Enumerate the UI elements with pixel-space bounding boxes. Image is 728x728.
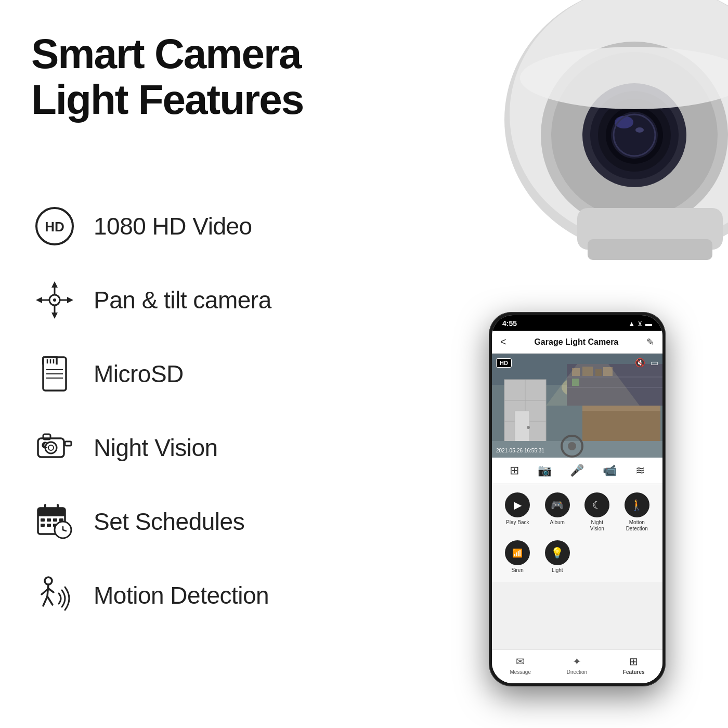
svg-text:HD: HD [45, 219, 64, 235]
playback-icon: ▶ [505, 492, 530, 517]
features-tab-label: Features [623, 669, 645, 675]
feature-hd-video: HD 1080 HD Video [31, 203, 271, 250]
phone-screen: 4:55 ▲ ⊻ ▬ < Garage Light Camera ✎ [492, 315, 662, 683]
bottom-tabs: ✉ Message ✦ Direction ⊞ Features [492, 649, 662, 683]
siren-button[interactable]: 📶 Siren [500, 540, 535, 574]
svg-rect-40 [65, 441, 71, 446]
signal-icon: ▲ [628, 320, 635, 328]
title-section: Smart Camera Light Features [31, 31, 303, 123]
pan-tilt-icon [31, 277, 78, 323]
svg-point-10 [635, 127, 644, 133]
svg-marker-18 [51, 313, 58, 319]
wifi-icon: ⊻ [638, 320, 643, 328]
status-icons: ▲ ⊻ ▬ [628, 320, 652, 328]
svg-marker-20 [67, 297, 73, 303]
feature-pan-tilt: Pan & tilt camera [31, 277, 271, 323]
status-time: 4:55 [502, 319, 517, 328]
microsd-icon [31, 350, 78, 397]
video-timestamp: 2021-05-26 16:55:31 [496, 448, 544, 453]
app-buttons: ▶ Play Back 🎮 Album ☾ NightVision 🚶 Moti… [492, 484, 662, 582]
nav-bar: < Garage Light Camera ✎ [492, 331, 662, 354]
direction-tab-icon: ✦ [573, 655, 581, 668]
night-vision-app-icon: ☾ [584, 492, 609, 517]
video-control-icon[interactable]: 📹 [603, 464, 617, 477]
status-bar: 4:55 ▲ ⊻ ▬ [492, 315, 662, 331]
svg-rect-75 [582, 406, 660, 411]
tab-message[interactable]: ✉ Message [510, 655, 531, 675]
filter-control-icon[interactable]: ≋ [635, 464, 645, 477]
hd-video-icon: HD [31, 203, 78, 250]
schedules-icon [31, 498, 78, 545]
svg-rect-49 [53, 518, 57, 522]
back-button[interactable]: < [500, 336, 506, 348]
svg-rect-48 [47, 518, 51, 522]
notch [546, 315, 608, 329]
playback-button[interactable]: ▶ Play Back [500, 492, 535, 532]
motion-icon [31, 572, 78, 619]
motion-detection-icon: 🚶 [625, 492, 649, 517]
svg-rect-44 [38, 512, 65, 516]
svg-point-89 [568, 442, 576, 450]
motion-detection-button[interactable]: 🚶 MotionDetection [620, 492, 655, 532]
feature-motion: Motion Detection [31, 572, 271, 619]
tab-features[interactable]: ⊞ Features [623, 655, 645, 675]
mic-control-icon[interactable]: 🎤 [570, 464, 584, 477]
camera-illustration [328, 0, 728, 364]
feature-schedules-label: Set Schedules [94, 508, 244, 536]
svg-rect-47 [41, 518, 45, 522]
night-vision-app-label: NightVision [590, 519, 604, 532]
feature-hd-video-label: 1080 HD Video [94, 212, 252, 240]
svg-rect-39 [43, 434, 50, 439]
message-tab-label: Message [510, 669, 531, 675]
feature-schedules: Set Schedules [31, 498, 271, 545]
light-icon: 💡 [545, 540, 570, 565]
main-title: Smart Camera Light Features [31, 31, 303, 123]
features-tab-icon: ⊞ [629, 655, 638, 668]
edit-button[interactable]: ✎ [646, 336, 654, 348]
camera-control-icon[interactable]: 📷 [538, 464, 552, 477]
siren-label: Siren [512, 567, 524, 574]
video-toolbar: HD 🔇 ▭ [496, 358, 658, 368]
feature-night-vision-label: Night Vision [94, 434, 218, 462]
mute-icon[interactable]: 🔇 [635, 358, 645, 368]
album-label: Album [550, 519, 565, 526]
svg-marker-17 [51, 281, 58, 288]
svg-marker-19 [36, 297, 42, 303]
night-vision-icon [31, 424, 78, 471]
svg-point-22 [53, 298, 56, 302]
feature-pan-tilt-label: Pan & tilt camera [94, 286, 271, 314]
feature-motion-label: Motion Detection [94, 581, 269, 609]
app-grid-row1: ▶ Play Back 🎮 Album ☾ NightVision 🚶 Moti… [500, 492, 654, 532]
grid-control-icon[interactable]: ⊞ [510, 464, 519, 477]
fullscreen-icon[interactable]: ▭ [651, 358, 658, 368]
svg-point-38 [48, 445, 54, 450]
features-list: HD 1080 HD Video [31, 203, 271, 646]
light-label: Light [552, 567, 563, 574]
night-vision-button[interactable]: ☾ NightVision [580, 492, 615, 532]
hd-badge: HD [496, 358, 512, 368]
siren-icon: 📶 [505, 540, 530, 565]
phone-mockup: 4:55 ▲ ⊻ ▬ < Garage Light Camera ✎ [489, 312, 666, 686]
album-button[interactable]: 🎮 Album [540, 492, 575, 532]
motion-detection-label: MotionDetection [626, 519, 648, 532]
svg-rect-36 [38, 438, 64, 457]
svg-rect-74 [582, 406, 660, 442]
svg-rect-52 [47, 524, 51, 527]
svg-line-62 [47, 596, 53, 605]
direction-tab-label: Direction [567, 669, 587, 675]
feature-microsd-label: MicroSD [94, 360, 184, 388]
svg-point-73 [527, 426, 530, 429]
light-button[interactable]: 💡 Light [540, 540, 575, 574]
album-icon: 🎮 [545, 492, 570, 517]
feature-night-vision: Night Vision [31, 424, 271, 471]
video-feed: HD 🔇 ▭ 2021-05-26 16:55:31 [492, 354, 662, 458]
svg-rect-13 [588, 239, 712, 260]
phone-outer-shell: 4:55 ▲ ⊻ ▬ < Garage Light Camera ✎ [489, 312, 666, 686]
playback-label: Play Back [506, 519, 529, 526]
tab-direction[interactable]: ✦ Direction [567, 655, 587, 675]
video-icons: 🔇 ▭ [635, 358, 658, 368]
app-grid-row2: 📶 Siren 💡 Light [500, 540, 654, 574]
svg-rect-51 [41, 524, 45, 527]
controls-strip: ⊞ 📷 🎤 📹 ≋ [492, 458, 662, 484]
feature-microsd: MicroSD [31, 350, 271, 397]
